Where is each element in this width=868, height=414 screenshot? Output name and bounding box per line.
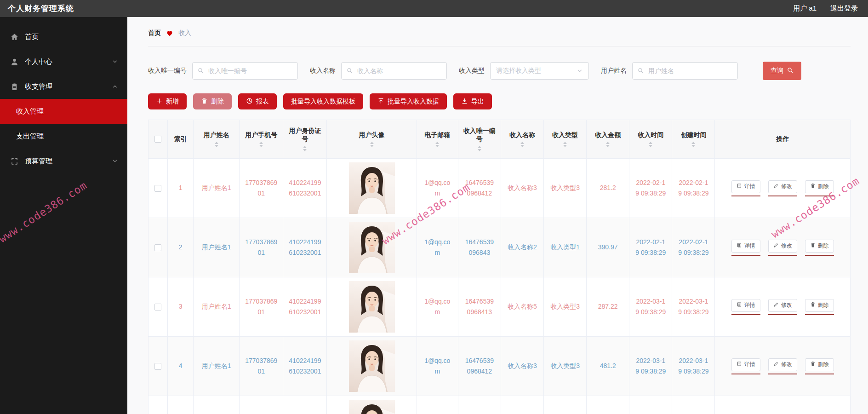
row-action-label: 修改 [781, 183, 792, 190]
select-all-checkbox[interactable] [154, 136, 161, 143]
user-avatar-image [349, 281, 395, 333]
row-action-delete-button[interactable]: 删除 [805, 299, 834, 312]
detail-icon [737, 183, 742, 190]
column-header-avatar[interactable]: 用户头像 [327, 120, 417, 159]
sidebar-item-0[interactable]: 首页 [0, 24, 127, 49]
action-underline [805, 255, 834, 256]
row-action-detail-button[interactable]: 详情 [731, 299, 760, 312]
sort-carets-icon[interactable] [649, 142, 652, 147]
cell-income_code: 16476539096843 [458, 218, 501, 277]
cell-create_time: 2022-03-19 09:38:29 [672, 396, 715, 414]
column-header-income_name[interactable]: 收入名称 [501, 120, 543, 159]
clock-icon [246, 98, 253, 106]
sidebar-item-3[interactable]: 收入管理 [0, 99, 127, 124]
column-header-create_time[interactable]: 创建时间 [672, 120, 715, 159]
sort-carets-icon[interactable] [303, 146, 307, 151]
toolbar-button-2[interactable]: 报表 [238, 93, 277, 109]
row-action-edit-button[interactable]: 修改 [768, 180, 797, 193]
row-action-edit-button[interactable]: 修改 [768, 358, 797, 371]
cell-email: 1@qq.com [417, 218, 458, 277]
cell-income_name: 收入名称2 [501, 218, 543, 277]
toolbar-button-0[interactable]: 新增 [148, 93, 187, 109]
search-icon [637, 67, 644, 74]
column-header-email[interactable]: 电子邮箱 [417, 120, 458, 159]
row-action-detail-button[interactable]: 详情 [731, 180, 760, 193]
column-header-income_code[interactable]: 收入唯一编号 [458, 120, 501, 159]
sidebar-item-1[interactable]: 个人中心 [0, 49, 127, 74]
edit-icon [773, 242, 779, 249]
row-action-detail-button[interactable]: 详情 [731, 358, 760, 371]
toolbar-button-5[interactable]: 导出 [453, 93, 492, 109]
row-action-detail-button[interactable]: 详情 [731, 240, 760, 253]
toolbar-button-4[interactable]: 批量导入收入数据 [370, 93, 447, 109]
sort-carets-icon[interactable] [259, 142, 263, 147]
chevron-up-icon [112, 83, 118, 90]
row-action-delete-button[interactable]: 删除 [805, 358, 834, 371]
income-table: 索引用户姓名用户手机号用户身份证号用户头像电子邮箱收入唯一编号收入名称收入类型收… [148, 120, 851, 414]
sort-carets-icon[interactable] [606, 142, 610, 147]
column-label: 用户头像 [359, 131, 385, 139]
column-header-income_type[interactable]: 收入类型 [544, 120, 587, 159]
sort-carets-icon[interactable] [478, 146, 481, 151]
row-actions-cell: 详情修改删除 [715, 277, 851, 337]
column-header-user_name[interactable]: 用户姓名 [194, 120, 240, 159]
column-header-user_phone[interactable]: 用户手机号 [240, 120, 283, 159]
row-action-delete-button[interactable]: 删除 [805, 180, 834, 193]
breadcrumb-home[interactable]: 首页 [148, 29, 161, 37]
row-checkbox[interactable] [154, 244, 161, 251]
search-button[interactable]: 查询 [763, 62, 801, 80]
detail-icon [737, 302, 742, 309]
logout-button[interactable]: 退出登录 [830, 4, 858, 13]
column-header-amount[interactable]: 收入金额 [587, 120, 629, 159]
toolbar-button-1[interactable]: 删除 [193, 93, 232, 109]
row-action-edit-button[interactable]: 修改 [768, 299, 797, 312]
cell-amount: 390.97 [587, 218, 629, 277]
cell-user_phone: 17703786901 [240, 218, 283, 277]
sidebar-item-5[interactable]: 预算管理 [0, 149, 127, 173]
sort-carets-icon[interactable] [370, 142, 374, 147]
income-type-select[interactable]: 请选择收入类型 [490, 62, 589, 80]
table-row: 5用户姓名117703786901410224199610232001 1@qq… [148, 396, 851, 414]
sidebar-item-label: 个人中心 [25, 58, 52, 66]
sort-carets-icon[interactable] [520, 142, 524, 147]
cell-user_name: 用户姓名1 [194, 277, 240, 337]
toolbar-button-label: 新增 [166, 98, 179, 106]
sort-carets-icon[interactable] [215, 142, 218, 147]
sort-carets-icon[interactable] [435, 142, 439, 147]
cell-income_code: 16476539096843 [458, 396, 501, 414]
sidebar-item-label: 首页 [25, 33, 39, 41]
download-icon [461, 98, 468, 106]
table-row: 2用户姓名117703786901410224199610232001 1@qq… [148, 218, 851, 277]
action-underline [805, 314, 834, 315]
column-header-user_idcard[interactable]: 用户身份证号 [283, 120, 327, 159]
column-header-income_time[interactable]: 收入时间 [629, 120, 672, 159]
row-checkbox[interactable] [154, 185, 161, 192]
cell-income_type: 收入类型1 [544, 396, 587, 414]
filter-input-1[interactable] [341, 62, 447, 80]
chevron-down-icon [112, 158, 118, 164]
action-underline [805, 196, 834, 196]
breadcrumb: 首页 收入 [148, 17, 851, 37]
user-avatar-cell [327, 218, 417, 277]
row-checkbox[interactable] [154, 304, 161, 310]
filter-input-0[interactable] [192, 62, 298, 80]
chevron-down-icon [577, 68, 583, 74]
user-avatar-cell [327, 396, 417, 414]
row-action-delete-button[interactable]: 删除 [805, 240, 834, 253]
row-checkbox[interactable] [154, 363, 161, 370]
cell-user_idcard: 410224199610232001 [283, 396, 327, 414]
cell-email: 1@qq.com [417, 337, 458, 396]
breadcrumb-divider [148, 46, 851, 46]
sidebar-item-label: 预算管理 [25, 157, 52, 166]
cell-index: 4 [168, 337, 194, 396]
sidebar-item-2[interactable]: 收支管理 [0, 74, 127, 99]
cell-email: 1@qq.com [417, 277, 458, 337]
sort-carets-icon[interactable] [691, 142, 695, 147]
sort-carets-icon[interactable] [563, 142, 567, 147]
row-action-label: 详情 [744, 183, 755, 190]
filter-field [192, 62, 298, 80]
toolbar-button-3[interactable]: 批量导入收入数据模板 [283, 93, 363, 109]
sidebar-item-4[interactable]: 支出管理 [0, 124, 127, 149]
row-action-edit-button[interactable]: 修改 [768, 240, 797, 253]
filter-input-3[interactable] [632, 62, 738, 80]
